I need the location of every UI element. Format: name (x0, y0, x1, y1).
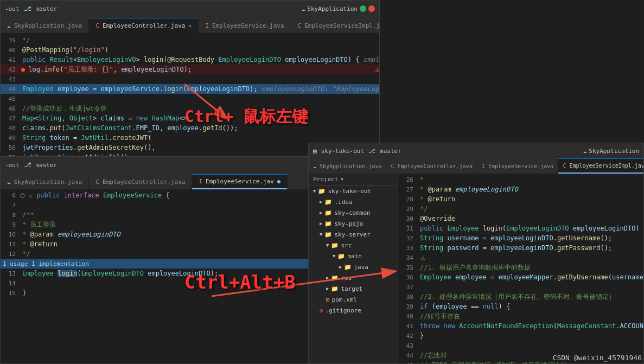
tree-label-root: sky-take-out (328, 188, 371, 195)
bl-line-12: 12 */ (1, 249, 358, 259)
top-app-name: SkyApplication (307, 5, 358, 12)
bl-branch-name: master (36, 162, 58, 169)
r-line-42: 42 } (398, 331, 643, 341)
tree-res[interactable]: ▶ 📁 res (309, 272, 398, 283)
right-tab-bar: ☁ SkyApplication.java C EmployeeControll… (309, 158, 643, 174)
bl-line-11: 11 * @return (1, 239, 358, 249)
r-line-31: 31 public Employee login(EmployeeLoginDT… (398, 223, 643, 233)
r-tab-es[interactable]: I EmployeeService.java (477, 158, 558, 174)
tree-pojo[interactable]: ▶ 📁 sky-pojo (309, 218, 398, 229)
r-line-40: 40 //账号不存在 (398, 311, 643, 321)
project-header: Project ▾ (309, 174, 398, 186)
r-line-41: 41 throw new AccountNotFoundException(Me… (398, 321, 643, 331)
bl-line-8: 8 /** (1, 210, 358, 220)
right-code-area: 26 * 27 * @param employeeLoginDTO 28 * @… (398, 174, 643, 363)
right-app-label: sky-take-out (321, 148, 364, 155)
folder-icon-res: 📁 (331, 274, 339, 282)
right-titlebar: ▤ sky-take-out ⎇ master ☁ SkyApplication (309, 143, 643, 158)
r-es-icon: I (482, 163, 485, 169)
code-line-49: 49 String token = JwtUtil.createJWT( (1, 133, 379, 143)
folder-icon-src: 📁 (331, 242, 339, 249)
bl-tab-es[interactable]: I EmployeeService.jav (192, 174, 287, 189)
r-esi-label: EmployeeServiceImpl.java (569, 163, 643, 169)
code-line-45: 45 (1, 94, 379, 104)
r-sky-label: SkyApplication.java (320, 163, 381, 169)
bottom-left-titlebar: -out ⎇ master (1, 157, 358, 173)
r-line-38: 38 //2. 处理各种异常情况（用户名不存在、密码不对、账号被锁定） (398, 292, 643, 302)
tree-sky-take-out[interactable]: ▼ 📁 sky-take-out (309, 186, 398, 196)
tree-target[interactable]: ▶ 📁 target (309, 283, 398, 294)
git-icon-gitignore: ⊙ (320, 307, 323, 314)
bl-es-label: EmployeeService.jav (206, 178, 274, 185)
r-ec-label: EmployeeController.java (397, 163, 472, 169)
folder-icon-main: 📁 (337, 253, 345, 260)
tree-server[interactable]: ▼ 📁 sky-server (309, 229, 398, 240)
ctrl-left-click-label: Ctrl+ 鼠标左键 (184, 106, 308, 128)
tree-label-main: main (347, 253, 362, 260)
folder-icon-root: 📁 (318, 188, 326, 195)
r-ec-icon: C (391, 163, 394, 169)
bl-line-9: 9 * 员工登录 (1, 220, 358, 229)
top-ide-window: -out ⎇ master ☁ SkyApplication ☁ SkyAppl… (0, 0, 380, 152)
bottom-left-tab-bar: ☁ SkyApplication.java C EmployeeControll… (1, 173, 358, 189)
code-line-42: 42 ● log.info("员工登录: {}", employeeLoginD… (1, 65, 379, 74)
tree-arrow-src: ▼ (326, 242, 329, 248)
tree-arrow-idea: ▶ (320, 199, 322, 205)
r-tab-sky[interactable]: ☁ SkyApplication.java (309, 158, 386, 174)
top-titlebar: -out ⎇ master ☁ SkyApplication (1, 1, 379, 17)
right-app-icon: ▤ (313, 148, 317, 155)
tree-label-server: sky-server (334, 231, 370, 238)
bl-left-label: -out (5, 162, 20, 169)
tree-common[interactable]: ▶ 📁 sky-common (309, 207, 398, 218)
run-button[interactable] (360, 5, 366, 12)
sky-app-tab-label: SkyApplication.java (14, 22, 82, 29)
tree-arrow-target: ▶ (326, 286, 329, 291)
right-code-panel: 26 * 27 * @param employeeLoginDTO 28 * @… (398, 174, 643, 363)
tab-employee-service[interactable]: I EmployeeService.java (199, 18, 291, 33)
tree-label-pojo: sky-pojo (334, 220, 363, 227)
tree-src[interactable]: ▼ 📁 src (309, 240, 398, 251)
top-tab-bar: ☁ SkyApplication.java C EmployeeControll… (1, 17, 379, 33)
tree-arrow-res: ▶ (326, 275, 329, 280)
r-line-28: 28 * @return (398, 194, 643, 204)
tab-employee-controller[interactable]: C EmployeeController.java ✕ (89, 18, 199, 33)
branch-name: master (36, 5, 58, 12)
tree-label-src: src (341, 242, 352, 249)
ec-tab-close[interactable]: ✕ (188, 23, 192, 29)
r-tab-esi[interactable]: C EmployeeServiceImpl.java (558, 158, 643, 174)
right-ide-window: ▤ sky-take-out ⎇ master ☁ SkyApplication… (308, 143, 644, 364)
tree-arrow-java: ▶ (339, 264, 342, 270)
bl-tab-ec[interactable]: C EmployeeController.java (89, 174, 192, 189)
r-es-label: EmployeeService.java (488, 163, 553, 169)
r-line-29: 29 */ (398, 204, 643, 214)
r-line-27: 27 * @param employeeLoginDTO (398, 184, 643, 194)
esi-tab-label: EmployeeServiceImpl.java (304, 22, 379, 29)
stop-button[interactable] (368, 5, 375, 12)
bl-line-15: 15 } (1, 288, 358, 298)
code-line-40: 40 @PostMapping("/login") (1, 45, 379, 55)
bl-line-7: 7 (1, 200, 358, 210)
tree-main[interactable]: ▼ 📁 main (309, 251, 398, 261)
tree-java[interactable]: ▶ 📁 java (309, 261, 398, 272)
tree-idea[interactable]: ▶ 📁 .idea (309, 196, 398, 207)
folder-icon-java: 📁 (344, 264, 352, 271)
tab-sky-application[interactable]: ☁ SkyApplication.java (1, 18, 89, 33)
tree-gitignore[interactable]: ⊙ .gitignore (309, 305, 398, 316)
ec-tab-label: EmployeeController.java (103, 22, 185, 29)
code-line-44: 44 Employee employee = employeeService.l… (1, 84, 379, 94)
r-line-33: 33 String password = employeeLoginDTO.ge… (398, 243, 643, 253)
bl-line-10: 10 * @param employeeLoginDTO (1, 229, 358, 239)
bl-tab-sky[interactable]: ☁ SkyApplication.java (1, 174, 89, 189)
tab-employee-service-impl[interactable]: C EmployeeServiceImpl.java (291, 18, 379, 33)
tree-label-gitignore: .gitignore (326, 307, 361, 314)
r-tab-ec[interactable]: C EmployeeController.java (386, 158, 477, 174)
tree-pom[interactable]: ⊞ pom.xml (309, 294, 398, 305)
folder-icon-common: 📁 (324, 209, 332, 216)
r-line-30: 30 @Override (398, 214, 643, 223)
bl-warning-icon: ⚠ (29, 193, 32, 199)
es-tab-label: EmployeeService.java (212, 22, 284, 29)
code-line-39: 39 */ (1, 35, 379, 45)
ctrl-alt-b-label: Ctrl+Alt+B (184, 271, 296, 293)
bottom-left-code-area: 6 ⬡ ⚠ public interface EmployeeService {… (1, 189, 358, 300)
project-dropdown: ▾ (340, 176, 344, 183)
